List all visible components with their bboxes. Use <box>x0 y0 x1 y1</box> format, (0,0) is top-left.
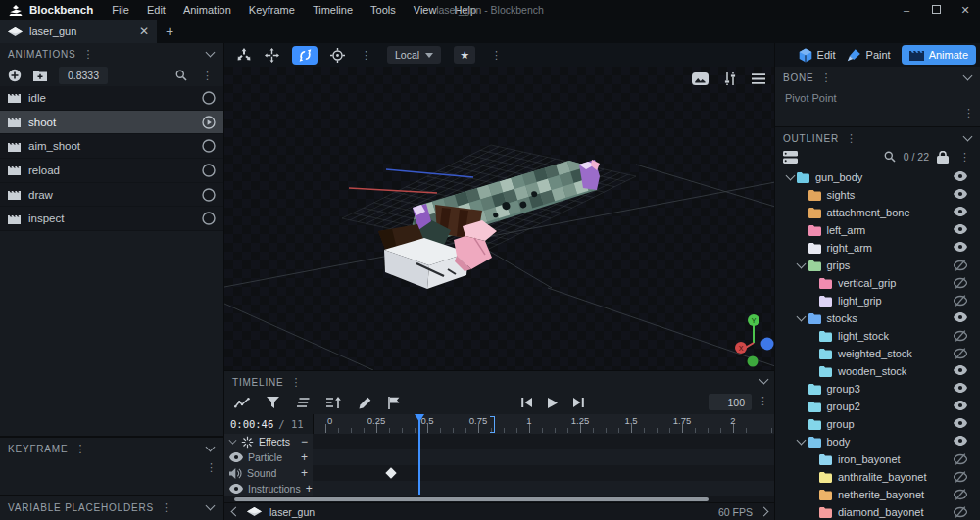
hscrollbar-thumb[interactable] <box>234 497 709 501</box>
outliner-node-diamond_bayonet[interactable]: diamond_bayonet <box>775 503 980 520</box>
animations-collapse-icon[interactable] <box>206 48 216 58</box>
group-name[interactable]: attachment_bone <box>827 207 910 218</box>
visibility-on-icon[interactable] <box>954 171 967 181</box>
minimize-button[interactable]: – <box>892 0 921 20</box>
add-channel-button[interactable]: + <box>301 467 308 479</box>
visibility-off-icon[interactable] <box>954 489 967 500</box>
playhead[interactable] <box>418 416 420 495</box>
outliner-menu-icon[interactable]: ⋮ <box>843 133 859 144</box>
track-lane[interactable] <box>313 434 775 449</box>
track-lane[interactable] <box>313 449 775 465</box>
play-icon[interactable] <box>548 398 558 408</box>
group-name[interactable]: gun_body <box>815 171 862 183</box>
add-animation-icon[interactable] <box>8 69 22 82</box>
screenshot-icon[interactable] <box>692 72 709 85</box>
group-name[interactable]: weighted_stock <box>838 348 912 359</box>
track-expand-icon[interactable] <box>229 437 237 445</box>
pivot-point-menu-icon[interactable]: ⋮ <box>960 108 977 118</box>
menu-edit[interactable]: Edit <box>138 0 174 20</box>
visibility-on-icon[interactable] <box>954 207 967 216</box>
timeline-ruler[interactable]: 00.250.50.7511.251.51.752 <box>313 414 775 434</box>
outliner-node-netherite_bayonet[interactable]: netherite_bayonet <box>775 486 980 503</box>
group-name[interactable]: wooden_stock <box>838 365 906 377</box>
visibility-on-icon[interactable] <box>954 401 967 410</box>
viewport-menu-icon[interactable] <box>752 73 765 84</box>
expand-collapse-icon[interactable] <box>795 264 808 267</box>
track-lane[interactable] <box>313 481 775 496</box>
group-folder-icon[interactable] <box>808 419 821 430</box>
animation-length-input[interactable] <box>59 67 108 84</box>
visibility-off-icon[interactable] <box>954 295 967 307</box>
timeline-menu-icon[interactable]: ⋮ <box>288 377 305 388</box>
group-name[interactable]: group <box>827 418 855 430</box>
outliner-panel-header[interactable]: OUTLINER ⋮ <box>775 127 980 149</box>
group-folder-icon[interactable] <box>808 225 821 236</box>
transform-space-dropdown[interactable]: Local <box>387 46 441 64</box>
status-back-icon[interactable] <box>231 507 241 517</box>
edit-keyframe-icon[interactable] <box>359 397 371 409</box>
lock-icon[interactable] <box>937 151 949 164</box>
outliner-node-gun_body[interactable]: gun_body <box>775 168 980 186</box>
visibility-off-icon[interactable] <box>954 506 967 518</box>
search-icon[interactable] <box>175 70 187 81</box>
graph-editor-icon[interactable] <box>234 398 250 408</box>
close-button[interactable]: ✕ <box>951 0 980 20</box>
expand-collapse-icon[interactable] <box>795 441 808 444</box>
group-name[interactable]: group2 <box>827 401 860 412</box>
visibility-off-icon[interactable] <box>954 453 967 465</box>
menu-animation[interactable]: Animation <box>174 0 240 20</box>
outliner-view-toggle-icon[interactable] <box>783 151 798 164</box>
variable-placeholders-collapse-icon[interactable] <box>206 501 216 511</box>
tab-laser-gun[interactable]: laser_gun ✕ <box>0 20 157 43</box>
track-header-sound[interactable]: Sound+ <box>224 465 313 481</box>
group-folder-icon[interactable] <box>819 349 832 359</box>
timeline-zoom-menu-icon[interactable]: ⋮ <box>755 396 771 406</box>
add-channel-button[interactable]: + <box>306 483 313 495</box>
group-folder-icon[interactable] <box>808 208 821 218</box>
tab-close-icon[interactable]: ✕ <box>139 24 149 38</box>
outliner-node-right_arm[interactable]: right_arm <box>775 239 980 257</box>
visibility-off-icon[interactable] <box>954 471 967 483</box>
group-folder-icon[interactable] <box>819 296 832 307</box>
group-folder-icon[interactable] <box>819 507 832 518</box>
visibility-on-icon[interactable] <box>954 365 967 375</box>
track-lane[interactable] <box>313 465 775 481</box>
rotate-tool-button[interactable] <box>292 46 318 65</box>
animations-panel-header[interactable]: ANIMATIONS ⋮ <box>0 43 223 65</box>
menu-keyframe[interactable]: Keyframe <box>240 0 304 20</box>
add-animation-folder-icon[interactable] <box>33 70 47 81</box>
group-folder-icon[interactable] <box>819 472 832 483</box>
move-tool-icon[interactable] <box>265 48 279 63</box>
outliner-node-weighted_stock[interactable]: weighted_stock <box>775 345 980 362</box>
play-animation-button[interactable] <box>202 139 216 153</box>
animation-item-draw[interactable]: draw <box>0 183 223 208</box>
group-name[interactable]: anthralite_bayonet <box>838 471 927 483</box>
pivot-tool-icon[interactable] <box>330 48 345 63</box>
animation-controller-button[interactable]: ★ <box>454 46 475 64</box>
group-name[interactable]: sights <box>827 189 856 201</box>
group-folder-icon[interactable] <box>819 331 832 342</box>
mode-paint-button[interactable]: Paint <box>847 48 891 62</box>
keyframe-menu-icon[interactable]: ⋮ <box>72 444 88 454</box>
group-folder-icon[interactable] <box>797 172 809 183</box>
add-channel-button[interactable]: + <box>301 451 308 463</box>
animations-toolbar-menu-icon[interactable]: ⋮ <box>199 71 216 81</box>
variable-placeholders-menu-icon[interactable]: ⋮ <box>158 502 174 513</box>
group-name[interactable]: diamond_bayonet <box>838 506 923 518</box>
timeline-zoom-input[interactable]: 100 <box>709 394 752 410</box>
group-name[interactable]: group3 <box>827 383 860 395</box>
animation-item-reload[interactable]: reload <box>0 159 223 183</box>
select-transform-tool-icon[interactable] <box>236 48 252 62</box>
outliner-collapse-icon[interactable] <box>963 132 973 142</box>
visibility-off-icon[interactable] <box>954 330 967 342</box>
group-name[interactable]: right_arm <box>827 242 872 254</box>
group-name[interactable]: light_grip <box>838 295 882 307</box>
animate-effects-icon[interactable] <box>296 398 310 407</box>
group-name[interactable]: stocks <box>827 312 858 324</box>
outliner-node-stocks[interactable]: stocks <box>775 309 980 327</box>
outliner-node-left_arm[interactable]: left_arm <box>775 221 980 239</box>
group-folder-icon[interactable] <box>808 402 821 412</box>
group-folder-icon[interactable] <box>819 490 832 500</box>
sort-channels-icon[interactable] <box>326 397 342 408</box>
play-animation-button[interactable] <box>202 116 216 129</box>
